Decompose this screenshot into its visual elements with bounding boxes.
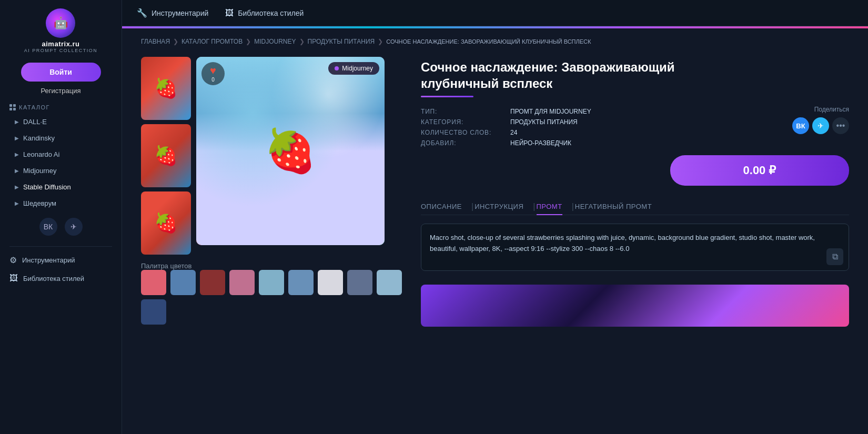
tab-prompt[interactable]: ПРОМТ <box>537 198 562 215</box>
breadcrumb: ГЛАВНАЯ ❯ КАТАЛОГ ПРОМТОВ ❯ MIDJOURNEY ❯… <box>122 28 868 52</box>
sidebar-footer: ⚙ Инструментарий 🖼 Библиотека стилей <box>0 251 122 287</box>
palette-swatch-6[interactable] <box>318 270 343 295</box>
breadcrumb-current: СОЧНОЕ НАСЛАЖДЕНИЕ: ЗАВОРАЖИВАЮЩИЙ КЛУБН… <box>386 38 591 45</box>
chevron-icon: ▶ <box>15 152 19 157</box>
share-section: Поделиться ВК ✈ ••• <box>792 106 849 134</box>
palette-swatch-8[interactable] <box>377 270 402 295</box>
palette-swatch-7[interactable] <box>347 270 372 295</box>
sidebar-item-kandinsky[interactable]: ▶ Kandinsky <box>0 130 122 146</box>
logo-icon: 🤖 <box>46 8 75 38</box>
palette-swatch-0[interactable] <box>141 270 166 295</box>
palette-swatch-3[interactable] <box>229 270 255 295</box>
thumbnails: 🍓 🍓 🍓 <box>141 57 191 255</box>
main-image-wrapper: 🍓 ♥ 0 Midjourney <box>196 57 404 255</box>
sidebar-nav: ▶ DALL·E ▶ Kandinsky ▶ Leonardo Ai ▶ Mid… <box>0 114 122 211</box>
thumbnail-1[interactable]: 🍓 <box>141 57 191 120</box>
meta-type-value: ПРОМТ ДЛЯ MIDJOURNEY <box>510 108 591 115</box>
meta-words-label: КОЛИЧЕСТВО СЛОВ: <box>421 129 505 136</box>
sidebar-item-midjourney[interactable]: ▶ Midjourney <box>0 163 122 179</box>
palette-label: Палитра цветов <box>141 262 404 270</box>
sidebar-item-shedevrum[interactable]: ▶ Шедеврум <box>0 195 122 211</box>
sidebar-footer-tools[interactable]: ⚙ Инструментарий <box>0 251 122 269</box>
prompt-box: Macro shot, close-up of several strawber… <box>421 224 849 271</box>
midjourney-badge: Midjourney <box>328 62 379 75</box>
meta-type-label: ТИП: <box>421 108 505 115</box>
left-column: 🍓 🍓 🍓 🍓 ♥ 0 <box>141 57 404 327</box>
palette-swatch-1[interactable] <box>170 270 196 295</box>
meta-words-value: 24 <box>510 129 517 136</box>
chevron-icon: ▶ <box>15 168 19 174</box>
meta-table: ТИП: ПРОМТ ДЛЯ MIDJOURNEY КАТЕГОРИЯ: ПРО… <box>421 108 591 147</box>
logo: 🤖 aimatrix.ru AI PROMPT COLLECTION <box>24 8 97 53</box>
sidebar-footer-styles[interactable]: 🖼 Библиотека стилей <box>0 269 122 287</box>
divider <box>9 246 112 247</box>
images-section: 🍓 🍓 🍓 🍓 ♥ 0 <box>141 57 404 255</box>
prompt-section: Macro shot, close-up of several strawber… <box>421 224 849 271</box>
product-title: Сочное наслаждение: Завораживающий клубн… <box>421 59 715 92</box>
tabs-row: ОПИСАНИЕ | ИНСТРУКЦИЯ | ПРОМТ | НЕГАТИВН… <box>421 198 849 215</box>
heart-button[interactable]: ♥ 0 <box>201 62 225 85</box>
catalog-section-label: КАТАЛОГ <box>0 104 122 114</box>
sidebar: 🤖 aimatrix.ru AI PROMPT COLLECTION Войти… <box>0 0 122 434</box>
sidebar-social: ВК ✈ <box>39 218 83 236</box>
breadcrumb-sep: ❯ <box>299 38 305 45</box>
meta-words: КОЛИЧЕСТВО СЛОВ: 24 <box>421 129 591 136</box>
meta-category-label: КАТЕГОРИЯ: <box>421 118 505 126</box>
thumbnail-3[interactable]: 🍓 <box>141 191 191 255</box>
breadcrumb-sep: ❯ <box>173 38 178 45</box>
mj-dot <box>335 66 339 70</box>
thumbnail-2[interactable]: 🍓 <box>141 124 191 187</box>
heart-count: 0 <box>211 77 215 83</box>
chevron-icon: ▶ <box>15 119 19 125</box>
styles-icon: 🖼 <box>9 274 18 283</box>
breadcrumb-food[interactable]: ПРОДУКТЫ ПИТАНИЯ <box>308 38 375 45</box>
meta-share-wrapper: ТИП: ПРОМТ ДЛЯ MIDJOURNEY КАТЕГОРИЯ: ПРО… <box>421 106 849 147</box>
right-column: Сочное наслаждение: Завораживающий клубн… <box>421 57 849 327</box>
meta-author-value: НЕЙРО-РАЗВЕДЧИК <box>510 139 571 147</box>
register-button[interactable]: Регистрация <box>41 87 81 95</box>
breadcrumb-midjourney[interactable]: MIDJOURNEY <box>254 38 296 45</box>
login-button[interactable]: Войти <box>21 63 101 82</box>
chevron-icon: ▶ <box>15 184 19 190</box>
share-label: Поделиться <box>814 106 849 113</box>
vk-social-button[interactable]: ВК <box>39 218 57 236</box>
sidebar-item-stable-diffusion[interactable]: ▶ Stable Diffusion <box>0 179 122 195</box>
more-share-button[interactable]: ••• <box>832 117 849 134</box>
telegram-social-button[interactable]: ✈ <box>65 218 83 236</box>
palette-swatch-2[interactable] <box>200 270 225 295</box>
sidebar-item-leonardo[interactable]: ▶ Leonardo Ai <box>0 146 122 163</box>
tab-negative-prompt[interactable]: НЕГАТИВНЫЙ ПРОМТ <box>575 198 652 215</box>
thumb-fruit-2: 🍓 <box>141 124 191 187</box>
breadcrumb-catalog[interactable]: КАТАЛОГ ПРОМТОВ <box>181 38 243 45</box>
main-product-image: 🍓 ♥ 0 Midjourney <box>196 57 385 245</box>
copy-button[interactable]: ⧉ <box>826 248 843 265</box>
palette-swatch-5[interactable] <box>288 270 314 295</box>
tab-description[interactable]: ОПИСАНИЕ <box>421 198 462 215</box>
chevron-icon: ▶ <box>15 135 19 141</box>
grid-icon <box>9 104 16 110</box>
tab-instruction[interactable]: ИНСТРУКЦИЯ <box>475 198 523 215</box>
breadcrumb-sep: ❯ <box>246 38 251 45</box>
topnav-styles[interactable]: 🖼 Библиотека стилей <box>225 8 304 18</box>
breadcrumb-home[interactable]: ГЛАВНАЯ <box>141 38 170 45</box>
tools-nav-icon: 🔧 <box>137 8 147 18</box>
meta-category: КАТЕГОРИЯ: ПРОДУКТЫ ПИТАНИЯ <box>421 118 591 126</box>
main-image-bg: 🍓 <box>196 57 385 245</box>
palette-swatch-9[interactable] <box>141 299 166 325</box>
palette-swatch-4[interactable] <box>259 270 284 295</box>
vk-share-button[interactable]: ВК <box>792 117 809 134</box>
chevron-icon: ▶ <box>15 200 19 206</box>
meta-author-label: ДОБАВИЛ: <box>421 139 505 147</box>
topnav-tools[interactable]: 🔧 Инструментарий <box>137 8 208 18</box>
meta-author: ДОБАВИЛ: НЕЙРО-РАЗВЕДЧИК <box>421 139 591 147</box>
price-section: 0.00 ₽ <box>421 155 849 186</box>
price-button[interactable]: 0.00 ₽ <box>670 155 849 186</box>
tools-icon: ⚙ <box>9 255 17 265</box>
telegram-share-button[interactable]: ✈ <box>812 117 829 134</box>
main-content: ГЛАВНАЯ ❯ КАТАЛОГ ПРОМТОВ ❯ MIDJOURNEY ❯… <box>122 26 868 342</box>
title-underline <box>421 96 473 97</box>
sidebar-item-dalle[interactable]: ▶ DALL·E <box>0 114 122 130</box>
bottom-preview-image <box>421 285 849 327</box>
meta-category-value: ПРОДУКТЫ ПИТАНИЯ <box>510 118 578 126</box>
thumb-fruit-1: 🍓 <box>141 57 191 120</box>
